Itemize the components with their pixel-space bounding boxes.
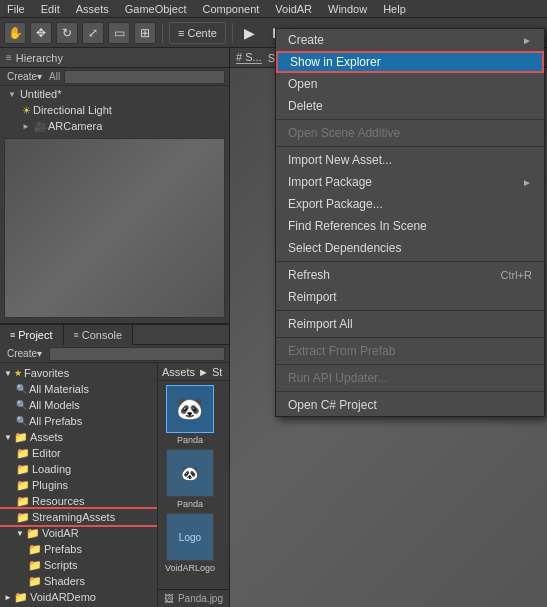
cm-api-updater-label: Run API Updater...: [288, 371, 387, 385]
hierarchy-create-btn[interactable]: Create▾: [4, 70, 45, 83]
menu-assets[interactable]: Assets: [73, 3, 112, 15]
hierarchy-panel: ≡ Hierarchy Create▾ All ▼ Untitled* ☀ Di…: [0, 48, 229, 325]
tree-all-prefabs[interactable]: 🔍 All Prefabs: [0, 413, 157, 429]
cm-create-label: Create: [288, 33, 324, 47]
project-tree: ▼ ★ Favorites 🔍 All Materials 🔍 All Mode…: [0, 363, 158, 607]
tree-editor[interactable]: 📁 Editor: [0, 445, 157, 461]
breadcrumb: Assets ► St: [158, 363, 229, 381]
asset-panda-selected[interactable]: 🐼 Panda: [162, 385, 218, 445]
cm-import-new-label: Import New Asset...: [288, 153, 392, 167]
cm-open-csharp[interactable]: Open C# Project: [276, 394, 544, 416]
menu-window[interactable]: Window: [325, 3, 370, 15]
cm-export-package[interactable]: Export Package...: [276, 193, 544, 215]
prefabs-search-icon: 🔍: [16, 416, 27, 426]
cm-reimport-all[interactable]: Reimport All: [276, 313, 544, 335]
cm-open-scene-additive: Open Scene Additive: [276, 122, 544, 144]
menu-file[interactable]: File: [4, 3, 28, 15]
hierarchy-item-arcamera[interactable]: ► 🎥 ARCamera: [0, 118, 229, 134]
cm-refresh[interactable]: Refresh Ctrl+R: [276, 264, 544, 286]
tree-scripts[interactable]: 📁 Scripts: [0, 557, 157, 573]
move-tool-icon[interactable]: ✥: [30, 22, 52, 44]
assets-arrow: ▼: [4, 433, 12, 442]
hierarchy-item-untitled[interactable]: ▼ Untitled*: [0, 86, 229, 102]
project-content: ▼ ★ Favorites 🔍 All Materials 🔍 All Mode…: [0, 363, 229, 607]
cm-delete[interactable]: Delete: [276, 95, 544, 117]
cm-sep-1: [276, 119, 544, 120]
console-icon: ≡: [74, 330, 79, 340]
menu-help[interactable]: Help: [380, 3, 409, 15]
tree-all-models[interactable]: 🔍 All Models: [0, 397, 157, 413]
menu-voidar[interactable]: VoidAR: [272, 3, 315, 15]
tree-all-materials[interactable]: 🔍 All Materials: [0, 381, 157, 397]
tree-voidardemo[interactable]: ► 📁 VoidARDemo: [0, 589, 157, 605]
play-button[interactable]: ▶: [239, 22, 261, 44]
project-tabs: ≡ Project ≡ Console: [0, 325, 229, 345]
tree-loading[interactable]: 📁 Loading: [0, 461, 157, 477]
tree-item-label: VoidARDemo: [30, 591, 96, 603]
project-create-btn[interactable]: Create▾: [4, 347, 45, 360]
cm-open-scene-additive-label: Open Scene Additive: [288, 126, 400, 140]
hierarchy-all-btn[interactable]: All: [49, 71, 60, 82]
tree-shaders[interactable]: 📁 Shaders: [0, 573, 157, 589]
asset-panda[interactable]: 🐼 Panda: [162, 449, 218, 509]
tree-item-label: All Models: [29, 399, 80, 411]
cm-reimport-all-label: Reimport All: [288, 317, 353, 331]
asset-label-panda: Panda: [177, 499, 203, 509]
cm-import-new-asset[interactable]: Import New Asset...: [276, 149, 544, 171]
tree-item-label: VoidAR: [42, 527, 79, 539]
menu-component[interactable]: Component: [199, 3, 262, 15]
editor-folder-icon: 📁: [16, 447, 30, 460]
tree-item-label: Scripts: [44, 559, 78, 571]
cm-select-dependencies[interactable]: Select Dependencies: [276, 237, 544, 259]
scripts-folder-icon: 📁: [28, 559, 42, 572]
cm-extract-from-prefab: Extract From Prefab: [276, 340, 544, 362]
cm-find-references[interactable]: Find References In Scene: [276, 215, 544, 237]
tree-item-label: Plugins: [32, 479, 68, 491]
tree-prefabs[interactable]: 📁 Prefabs: [0, 541, 157, 557]
context-menu[interactable]: Create ► Show in Explorer Open Delete Op…: [275, 28, 545, 417]
tab-project[interactable]: ≡ Project: [0, 325, 64, 345]
tree-favorites[interactable]: ▼ ★ Favorites: [0, 365, 157, 381]
cm-import-package-arrow: ►: [522, 177, 532, 188]
tree-plugins[interactable]: 📁 Plugins: [0, 477, 157, 493]
center-pivot-label[interactable]: ≡ Cente: [169, 22, 226, 44]
hierarchy-search[interactable]: [64, 70, 225, 84]
cm-create[interactable]: Create ►: [276, 29, 544, 51]
project-panel: ≡ Project ≡ Console Create▾ ▼ ★: [0, 325, 229, 607]
voidar-folder-icon: 📁: [26, 527, 40, 540]
transform-tool-icon[interactable]: ⊞: [134, 22, 156, 44]
project-search[interactable]: [49, 347, 225, 361]
cm-show-in-explorer[interactable]: Show in Explorer: [276, 51, 544, 73]
tab-console[interactable]: ≡ Console: [64, 325, 134, 345]
center-label-text: ≡ Cente: [178, 27, 217, 39]
tree-item-label: All Materials: [29, 383, 89, 395]
tree-resources[interactable]: 📁 Resources: [0, 493, 157, 509]
cm-export-package-label: Export Package...: [288, 197, 383, 211]
voidardemo-arrow: ►: [4, 593, 12, 602]
favorites-star-icon: ★: [14, 368, 22, 378]
tree-item-label: Prefabs: [44, 543, 82, 555]
scene-tab-1[interactable]: # S...: [236, 51, 262, 64]
rotate-tool-icon[interactable]: ↻: [56, 22, 78, 44]
asset-voidarlogo[interactable]: Logo VoidARLogo: [162, 513, 218, 573]
tree-item-label: Favorites: [24, 367, 69, 379]
hand-tool-icon[interactable]: ✋: [4, 22, 26, 44]
menu-gameobject[interactable]: GameObject: [122, 3, 190, 15]
scale-tool-icon[interactable]: ⤢: [82, 22, 104, 44]
cm-open-csharp-label: Open C# Project: [288, 398, 377, 412]
cm-delete-label: Delete: [288, 99, 323, 113]
menu-edit[interactable]: Edit: [38, 3, 63, 15]
cm-open[interactable]: Open: [276, 73, 544, 95]
rect-tool-icon[interactable]: ▭: [108, 22, 130, 44]
hierarchy-item-label: ARCamera: [48, 120, 102, 132]
cm-import-package[interactable]: Import Package ►: [276, 171, 544, 193]
hierarchy-item-label: Untitled*: [20, 88, 62, 100]
models-search-icon: 🔍: [16, 400, 27, 410]
tree-item-label: Editor: [32, 447, 61, 459]
asset-thumb-logo: Logo: [166, 513, 214, 561]
tree-streaming-assets[interactable]: 📁 StreamingAssets: [0, 509, 157, 525]
hierarchy-item-light[interactable]: ☀ Directional Light: [0, 102, 229, 118]
tree-assets[interactable]: ▼ 📁 Assets: [0, 429, 157, 445]
cm-reimport[interactable]: Reimport: [276, 286, 544, 308]
tree-voidar[interactable]: ▼ 📁 VoidAR: [0, 525, 157, 541]
